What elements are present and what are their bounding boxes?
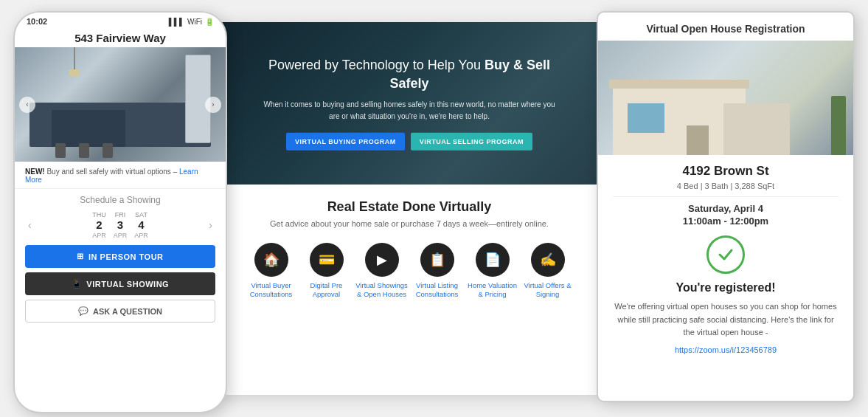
banner-text: Buy and sell safely with virtual options… [46, 168, 177, 176]
home-valuation-label: Home Valuation& Pricing [468, 281, 517, 300]
schedule-title: Schedule a Showing [25, 195, 215, 205]
digital-pre-icon: 💳 [310, 243, 344, 277]
virtual-buyer-label: Virtual BuyerConsultations [250, 281, 293, 300]
house-background [598, 41, 853, 155]
virtual-buyer-icon: 🏠 [254, 243, 288, 277]
check-circle-icon [706, 235, 745, 274]
features-row: 🏠 Virtual BuyerConsultations 💳 Digital P… [243, 243, 575, 300]
in-person-icon: ⊞ [77, 252, 84, 261]
feature-virtual-offers: ✍ Virtual Offers &Signing [520, 243, 575, 300]
calendar-day-thu: Thu 2 APR [92, 211, 106, 239]
hero-text-block: Powered by Technology to Help You Buy & … [259, 56, 560, 151]
reg-property-name: 4192 Brown St [613, 164, 839, 179]
home-valuation-icon: 📄 [476, 243, 510, 277]
virtual-offers-label: Virtual Offers &Signing [524, 281, 571, 300]
virtual-selling-button[interactable]: VIRTUAL SELLING PROGRAM [411, 133, 532, 151]
property-address: 543 Fairview Way [15, 27, 226, 47]
calendar-next-button[interactable]: › [206, 219, 215, 231]
virtual-offers-icon: ✍ [531, 243, 565, 277]
divider [613, 196, 839, 197]
property-image: ‹ › [15, 47, 226, 162]
section-subtitle: Get advice about your home sale or purch… [243, 219, 575, 228]
registered-title: You're registered! [613, 281, 839, 294]
reg-property-details: 4 Bed | 3 Bath | 3,288 SqFt [613, 182, 839, 190]
calendar-row: ‹ Thu 2 APR Fri 3 APR Sat 4 APR › [25, 211, 215, 239]
virtual-icon: 📱 [72, 279, 83, 289]
wifi-icon: WiFi [187, 18, 202, 26]
calendar-days: Thu 2 APR Fri 3 APR Sat 4 APR [35, 211, 206, 239]
ask-question-button[interactable]: 💬 ASK A QUESTION [25, 300, 215, 323]
digital-pre-label: Digital PreApproval [310, 281, 343, 300]
virtual-buying-button[interactable]: VIRTUAL BUYING PROGRAM [286, 133, 405, 151]
feature-listing-consult: 📋 Virtual ListingConsultations [409, 243, 465, 300]
hero-subtitle: When it comes to buying and selling home… [259, 99, 560, 123]
reg-time: 11:00am - 12:00pm [613, 216, 839, 227]
calendar-day-sat: Sat 4 APR [134, 211, 148, 239]
hero-title: Powered by Technology to Help You Buy & … [259, 56, 560, 93]
house-image [598, 41, 853, 155]
listing-consult-icon: 📋 [420, 243, 454, 277]
feature-digital-pre: 💳 Digital PreApproval [299, 243, 354, 300]
battery-icon: 🔋 [205, 18, 214, 26]
feature-virtual-buyer: 🏠 Virtual BuyerConsultations [243, 243, 299, 300]
website-mockup: Powered by Technology to Help You Buy & … [221, 22, 597, 395]
virtual-showings-icon: ▶ [365, 243, 399, 277]
feature-home-valuation: 📄 Home Valuation& Pricing [465, 243, 520, 300]
new-banner: NEW! Buy and sell safely with virtual op… [15, 162, 226, 189]
tablet-mockup: Virtual Open House Registration 4192 Bro… [597, 11, 855, 402]
listing-consult-label: Virtual ListingConsultations [416, 281, 459, 300]
carousel-next-button[interactable]: › [205, 97, 221, 113]
virtual-section: Real Estate Done Virtually Get advice ab… [221, 185, 597, 307]
virtual-showing-button[interactable]: 📱 VIRTUAL SHOWING [25, 272, 215, 295]
calendar-prev-button[interactable]: ‹ [25, 219, 35, 231]
chat-icon: 💬 [78, 306, 88, 316]
phone-time: 10:02 [27, 17, 47, 26]
phone-status-bar: 10:02 ▌▌▌ WiFi 🔋 [15, 13, 226, 27]
calendar-day-fri: Fri 3 APR [114, 211, 128, 239]
registration-title: Virtual Open House Registration [598, 13, 853, 41]
zoom-link[interactable]: https://zoom.us/i/123456789 [675, 345, 777, 354]
in-person-tour-button[interactable]: ⊞ IN PERSON TOUR [25, 245, 215, 268]
new-label: NEW! [25, 168, 45, 176]
signal-icon: ▌▌▌ [169, 18, 184, 26]
hero-section: Powered by Technology to Help You Buy & … [221, 22, 597, 185]
reg-date: Saturday, April 4 [613, 203, 839, 214]
virtual-showings-label: Virtual Showings& Open Houses [355, 281, 408, 300]
phone-status-icons: ▌▌▌ WiFi 🔋 [169, 18, 214, 26]
reg-message: We're offering virtual open houses so yo… [613, 300, 839, 340]
hero-buttons: VIRTUAL BUYING PROGRAM VIRTUAL SELLING P… [259, 133, 560, 151]
registration-body: 4192 Brown St 4 Bed | 3 Bath | 3,288 SqF… [598, 155, 853, 365]
phone-mockup: 10:02 ▌▌▌ WiFi 🔋 543 Fairview Way ‹ › NE… [13, 11, 227, 413]
schedule-section: Schedule a Showing ‹ Thu 2 APR Fri 3 APR… [15, 189, 226, 327]
section-title: Real Estate Done Virtually [243, 199, 575, 215]
carousel-prev-button[interactable]: ‹ [19, 97, 35, 113]
feature-virtual-showings: ▶ Virtual Showings& Open Houses [354, 243, 409, 300]
